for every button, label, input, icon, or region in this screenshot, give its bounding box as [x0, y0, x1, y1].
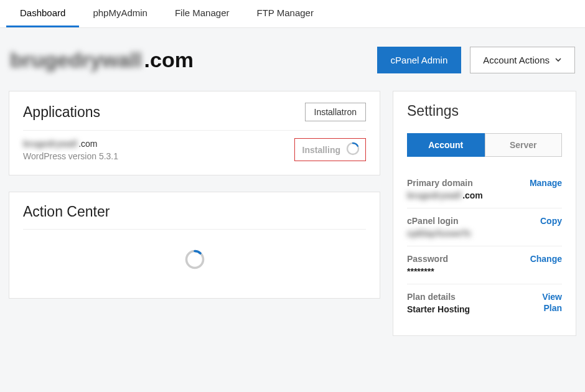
setting-row-plan-details: Plan details Starter Hosting View Plan	[407, 284, 562, 322]
account-actions-label: Account Actions	[483, 55, 550, 65]
application-domain: brugedrywall.com	[23, 139, 118, 149]
header-row: brugedrywall.com cPanel Admin Account Ac…	[0, 28, 585, 91]
segment-tab-account[interactable]: Account	[407, 133, 485, 157]
manage-link[interactable]: Manage	[530, 178, 562, 188]
action-center-head: Action Center	[23, 203, 366, 230]
application-info: brugedrywall.com WordPress version 5.3.1	[23, 139, 118, 161]
applications-card-head: Applications Installatron	[23, 103, 366, 131]
setting-left: cPanel login cp83qcfusweTc	[407, 216, 471, 238]
spinner-icon	[184, 248, 206, 273]
primary-domain-label: Primary domain	[407, 178, 483, 188]
tab-file-manager[interactable]: File Manager	[161, 0, 243, 27]
left-column: Applications Installatron brugedrywall.c…	[9, 91, 380, 352]
main-columns: Applications Installatron brugedrywall.c…	[0, 91, 585, 352]
plan-link[interactable]: Plan	[543, 303, 562, 313]
plan-details-value: Starter Hosting	[407, 304, 470, 314]
application-version: WordPress version 5.3.1	[23, 151, 118, 161]
domain-suffix: .com	[144, 48, 194, 72]
tab-dashboard[interactable]: Dashboard	[6, 0, 79, 27]
password-label: Password	[407, 254, 448, 264]
setting-row-cpanel-login: cPanel login cp83qcfusweTc Copy	[407, 208, 562, 246]
chevron-down-icon	[555, 55, 562, 65]
installing-status-box: Installing	[294, 138, 366, 161]
primary-domain-value: brugedrywall.com	[407, 190, 483, 200]
settings-title: Settings	[407, 103, 562, 119]
setting-row-password: Password ******** Change	[407, 246, 562, 284]
header-actions: cPanel Admin Account Actions	[377, 47, 575, 73]
page-title: brugedrywall.com	[10, 48, 194, 72]
action-center-card: Action Center	[9, 192, 380, 299]
action-center-title: Action Center	[23, 203, 110, 220]
plan-links: View Plan	[542, 292, 562, 313]
application-row: brugedrywall.com WordPress version 5.3.1…	[23, 138, 366, 161]
setting-left: Password ********	[407, 254, 448, 276]
applications-title: Applications	[23, 104, 100, 121]
right-column: Settings Account Server Primary domain b…	[393, 91, 576, 352]
tab-phpmyadmin[interactable]: phpMyAdmin	[79, 0, 161, 27]
segment-tab-server[interactable]: Server	[485, 133, 563, 157]
password-value: ********	[407, 266, 448, 276]
cpanel-admin-button[interactable]: cPanel Admin	[377, 47, 462, 73]
setting-row-primary-domain: Primary domain brugedrywall.com Manage	[407, 170, 562, 208]
tab-ftp-manager[interactable]: FTP Manager	[243, 0, 327, 27]
view-link[interactable]: View	[542, 292, 562, 302]
change-link[interactable]: Change	[530, 254, 562, 264]
primary-domain-value-suffix: .com	[462, 190, 483, 200]
setting-left: Primary domain brugedrywall.com	[407, 178, 483, 200]
installing-label: Installing	[302, 145, 340, 155]
cpanel-login-label: cPanel login	[407, 216, 471, 226]
spinner-icon	[345, 141, 360, 158]
account-actions-button[interactable]: Account Actions	[470, 47, 575, 73]
domain-prefix-blurred: brugedrywall	[10, 48, 142, 72]
primary-domain-value-blurred: brugedrywall	[407, 190, 461, 200]
copy-link[interactable]: Copy	[540, 216, 562, 226]
settings-card: Settings Account Server Primary domain b…	[393, 91, 576, 336]
setting-left: Plan details Starter Hosting	[407, 292, 470, 314]
applications-card: Applications Installatron brugedrywall.c…	[9, 91, 380, 175]
app-domain-suffix: .com	[78, 139, 97, 149]
action-center-body	[23, 237, 366, 284]
settings-segment-tabs: Account Server	[407, 133, 562, 157]
app-domain-blurred: brugedrywall	[23, 139, 77, 149]
plan-details-label: Plan details	[407, 292, 470, 302]
installatron-button[interactable]: Installatron	[305, 103, 366, 121]
top-nav-tabs: Dashboard phpMyAdmin File Manager FTP Ma…	[0, 0, 585, 28]
cpanel-login-value-blurred: cp83qcfusweTc	[407, 228, 471, 238]
